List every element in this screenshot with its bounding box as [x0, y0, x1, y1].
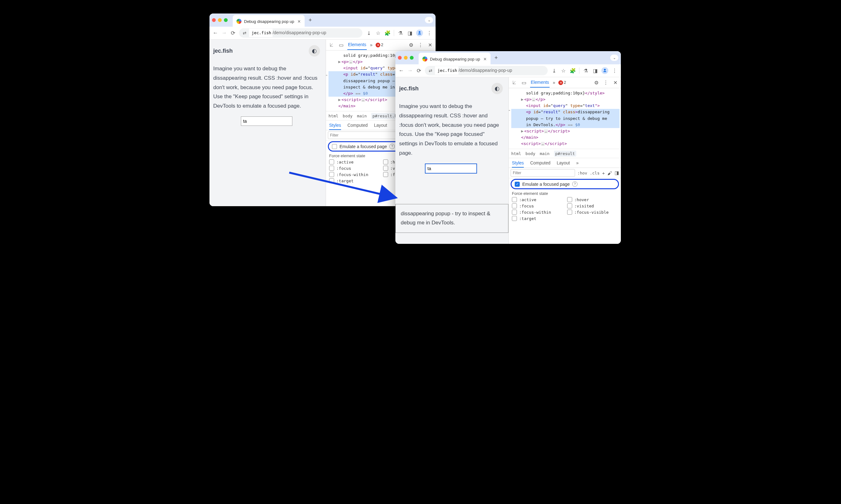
breadcrumb-item[interactable]: body	[525, 151, 535, 156]
labs-icon[interactable]: ⚗	[582, 68, 589, 74]
settings-icon[interactable]: ⚙	[408, 42, 414, 48]
url-path: /demo/disappearing-pop-up	[273, 30, 326, 35]
cls-toggle[interactable]: .cls	[590, 171, 599, 176]
emulate-focused-page-row[interactable]: ✓ Emulate a focused page ?	[511, 179, 619, 189]
hov-toggle[interactable]: :hov	[578, 171, 587, 176]
profile-avatar[interactable]	[601, 67, 608, 74]
devtools-dock-icon[interactable]: ◨	[407, 30, 413, 36]
query-input[interactable]	[241, 116, 292, 126]
state-focus-within[interactable]: :focus-within	[329, 172, 379, 177]
profile-avatar[interactable]	[416, 30, 423, 36]
browser-tab[interactable]: Debug disappearing pop up ✕	[233, 15, 304, 28]
state-active[interactable]: :active	[329, 159, 379, 164]
state-focus[interactable]: :focus	[329, 166, 379, 171]
inspect-element-icon[interactable]: ⟀	[511, 80, 518, 85]
elements-tab[interactable]: Elements	[347, 40, 367, 50]
emulate-focused-checkbox[interactable]: ✓	[515, 182, 520, 187]
browser-tab[interactable]: Debug disappearing pop up ✕	[419, 53, 491, 65]
state-focus-visible[interactable]: :focus-visible	[567, 210, 618, 215]
settings-icon[interactable]: ⚙	[593, 80, 599, 86]
state-target[interactable]: :target	[329, 178, 379, 183]
new-style-rule-icon[interactable]: +	[602, 170, 605, 176]
close-devtools-icon[interactable]: ✕	[427, 42, 433, 48]
menu-icon[interactable]: ⋮	[611, 68, 618, 74]
layout-tab[interactable]: Layout	[557, 160, 570, 165]
breadcrumb-item[interactable]: main	[357, 114, 367, 118]
close-devtools-icon[interactable]: ✕	[612, 80, 618, 86]
state-hover[interactable]: :hover	[567, 197, 618, 202]
error-badge[interactable]: ✕	[558, 80, 563, 85]
breadcrumb-item[interactable]: html	[511, 151, 521, 156]
filter-row: :hov .cls + 🖌 ◨	[509, 168, 621, 178]
elements-tab[interactable]: Elements	[530, 77, 549, 88]
state-visited[interactable]: :visited	[567, 203, 618, 209]
new-tab-button[interactable]: +	[493, 55, 499, 61]
reload-button[interactable]: ⟳	[416, 68, 422, 74]
filter-input[interactable]	[511, 169, 575, 177]
query-input[interactable]	[425, 163, 477, 174]
url-field[interactable]: ⇄ jec.fish/demo/disappearing-pop-up	[425, 66, 548, 75]
state-target[interactable]: :target	[512, 216, 563, 221]
bookmark-icon[interactable]: ☆	[560, 68, 566, 74]
url-field[interactable]: ⇄ jec.fish/demo/disappearing-pop-up	[239, 28, 363, 38]
close-window-button[interactable]	[398, 56, 402, 60]
new-tab-button[interactable]: +	[307, 17, 313, 23]
device-toolbar-icon[interactable]: ▭	[521, 80, 527, 86]
computed-tab[interactable]: Computed	[347, 123, 368, 128]
breadcrumb-item[interactable]: main	[540, 151, 549, 156]
more-subtabs-icon[interactable]: »	[576, 160, 579, 165]
paint-icon[interactable]: 🖌	[607, 170, 612, 176]
state-focus-within[interactable]: :focus-within	[512, 210, 563, 215]
close-tab-icon[interactable]: ✕	[297, 19, 301, 24]
install-app-icon[interactable]: ⤓	[551, 68, 557, 74]
close-tab-icon[interactable]: ✕	[483, 57, 487, 61]
device-toolbar-icon[interactable]: ▭	[338, 42, 344, 48]
minimize-window-button[interactable]	[218, 18, 222, 22]
close-window-button[interactable]	[212, 18, 216, 22]
dark-mode-toggle[interactable]: ◐	[309, 45, 320, 56]
more-tabs-icon[interactable]: »	[370, 42, 372, 48]
site-info-icon[interactable]: ⇄	[429, 68, 433, 73]
dom-tree[interactable]: ⋯ solid gray;padding:10px}</style> ▶<p>……	[509, 88, 621, 149]
tabs-dropdown-button[interactable]: ⌄	[425, 17, 433, 23]
computed-panel-icon[interactable]: ◨	[615, 170, 619, 176]
styles-tab[interactable]: Styles	[512, 160, 524, 167]
devtools-dock-icon[interactable]: ◨	[592, 68, 598, 74]
menu-icon[interactable]: ⋮	[426, 30, 433, 36]
reload-button[interactable]: ⟳	[230, 30, 236, 36]
minimize-window-button[interactable]	[404, 56, 408, 60]
error-count: 2	[564, 80, 566, 85]
state-active[interactable]: :active	[512, 197, 563, 202]
labs-icon[interactable]: ⚗	[397, 30, 404, 36]
breadcrumb-item[interactable]: html	[329, 114, 338, 118]
breadcrumbs[interactable]: html body main p#result	[509, 149, 621, 158]
kebab-menu-icon[interactable]: ⋮	[417, 42, 424, 48]
bookmark-icon[interactable]: ☆	[375, 30, 381, 36]
inspect-element-icon[interactable]: ⟀	[329, 42, 335, 48]
extensions-icon[interactable]: 🧩	[384, 30, 391, 36]
zoom-window-button[interactable]	[224, 18, 228, 22]
computed-tab[interactable]: Computed	[530, 160, 550, 165]
site-info-icon[interactable]: ⇄	[243, 31, 246, 35]
more-tabs-icon[interactable]: »	[553, 80, 555, 85]
help-icon[interactable]: ?	[389, 144, 395, 149]
help-icon[interactable]: ?	[572, 181, 578, 187]
extensions-icon[interactable]: 🧩	[570, 68, 576, 74]
error-badge[interactable]: ✕	[375, 43, 380, 48]
back-button[interactable]: ←	[399, 68, 404, 74]
emulate-focused-checkbox[interactable]	[332, 144, 337, 149]
back-button[interactable]: ←	[213, 30, 218, 36]
layout-tab[interactable]: Layout	[374, 123, 387, 128]
zoom-window-button[interactable]	[410, 56, 414, 60]
url-path: /demo/disappearing-pop-up	[458, 68, 512, 73]
styles-tab[interactable]: Styles	[329, 123, 341, 130]
result-popup: dissappearing popup - try to inspect & d…	[396, 204, 508, 233]
kebab-menu-icon[interactable]: ⋮	[603, 80, 609, 86]
tabs-dropdown-button[interactable]: ⌄	[610, 55, 618, 61]
dark-mode-toggle[interactable]: ◐	[491, 83, 503, 94]
state-focus[interactable]: :focus	[512, 203, 563, 209]
force-state-label: Force element state	[509, 190, 621, 196]
install-app-icon[interactable]: ⤓	[366, 30, 372, 36]
breadcrumb-item[interactable]: body	[343, 114, 352, 118]
breadcrumb-item-active[interactable]: p#result	[554, 151, 576, 157]
